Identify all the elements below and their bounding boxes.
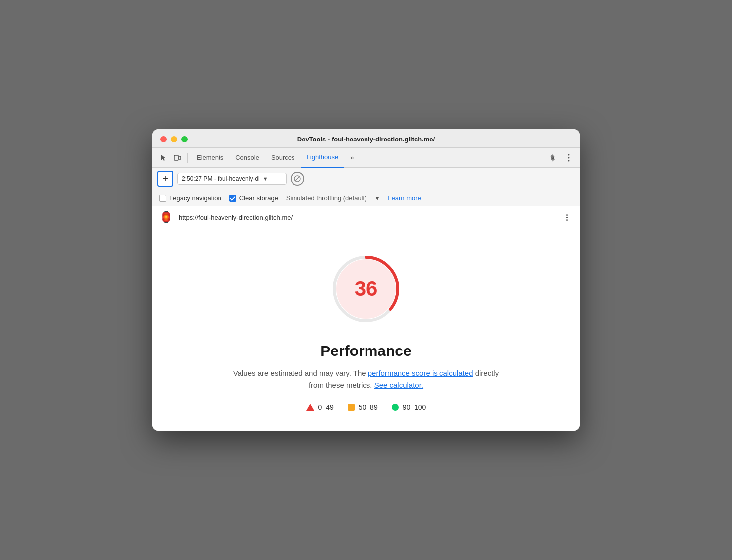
- svg-rect-1: [179, 156, 181, 159]
- timestamp-dropdown[interactable]: 2:50:27 PM - foul-heavenly-di ▼: [177, 173, 287, 185]
- legend-label-yellow: 50–89: [359, 403, 378, 411]
- throttling-label: Simulated throttling (default): [286, 194, 367, 202]
- green-circle-icon: [392, 404, 399, 411]
- gauge-background: 36: [336, 259, 396, 319]
- toolbar-row: + 2:50:27 PM - foul-heavenly-di ▼: [152, 168, 580, 190]
- legacy-navigation-checkbox[interactable]: Legacy navigation: [159, 194, 221, 202]
- svg-point-3: [568, 157, 570, 158]
- dot2: [566, 217, 568, 218]
- cursor-icon[interactable]: [156, 151, 170, 165]
- device-toggle-icon[interactable]: [170, 151, 184, 165]
- more-options-icon[interactable]: [562, 151, 576, 165]
- perf-score-link[interactable]: performance score is calculated: [368, 369, 473, 377]
- legacy-navigation-checkbox-box[interactable]: [159, 195, 166, 202]
- score-gauge: 36: [326, 249, 406, 329]
- options-row: Legacy navigation Clear storage Simulate…: [152, 190, 580, 206]
- throttling-dropdown-arrow-icon[interactable]: ▼: [374, 195, 380, 201]
- tab-elements[interactable]: Elements: [191, 148, 229, 168]
- calculator-link[interactable]: See calculator.: [374, 381, 423, 389]
- dropdown-arrow-icon: ▼: [263, 176, 268, 182]
- devtools-window: DevTools - foul-heavenly-direction.glitc…: [152, 129, 580, 431]
- red-triangle-icon: [306, 404, 314, 411]
- maximize-button[interactable]: [181, 136, 188, 142]
- main-content: 36 Performance Values are estimated and …: [152, 229, 580, 431]
- devtools-settings-area: [546, 151, 576, 165]
- score-description: Values are estimated and may vary. The p…: [227, 367, 505, 391]
- title-bar: DevTools - foul-heavenly-direction.glitc…: [152, 129, 580, 148]
- legend-item-red: 0–49: [306, 403, 334, 411]
- minimize-button[interactable]: [171, 136, 177, 142]
- performance-score: 36: [355, 277, 378, 301]
- tab-separator: [187, 153, 188, 163]
- legend-item-green: 90–100: [392, 403, 426, 411]
- clear-storage-checkbox[interactable]: Clear storage: [229, 194, 278, 202]
- tab-lighthouse[interactable]: Lighthouse: [301, 148, 345, 168]
- audit-url: https://foul-heavenly-direction.glitch.m…: [179, 214, 555, 221]
- close-button[interactable]: [160, 136, 167, 142]
- tab-sources[interactable]: Sources: [265, 148, 301, 168]
- url-row: 🏮 https://foul-heavenly-direction.glitch…: [152, 206, 580, 229]
- performance-title: Performance: [320, 343, 411, 359]
- yellow-square-icon: [348, 404, 355, 411]
- url-more-button[interactable]: [561, 211, 573, 223]
- dot1: [566, 214, 568, 216]
- legend-label-red: 0–49: [318, 403, 334, 411]
- dot3: [566, 219, 568, 221]
- learn-more-link[interactable]: Learn more: [388, 194, 421, 202]
- traffic-lights: [160, 136, 188, 142]
- legend-item-yellow: 50–89: [348, 403, 378, 411]
- devtools-tabs: Elements Console Sources Lighthouse »: [152, 148, 580, 168]
- new-audit-button[interactable]: +: [157, 171, 173, 187]
- svg-line-6: [295, 177, 300, 181]
- svg-point-4: [568, 160, 570, 161]
- score-legend: 0–49 50–89 90–100: [306, 403, 426, 411]
- tab-console[interactable]: Console: [229, 148, 265, 168]
- block-button[interactable]: [291, 172, 304, 186]
- legend-label-green: 90–100: [403, 403, 426, 411]
- window-title: DevTools - foul-heavenly-direction.glitc…: [297, 136, 435, 143]
- tab-more[interactable]: »: [344, 148, 360, 168]
- svg-point-2: [568, 154, 570, 155]
- lighthouse-icon: 🏮: [159, 211, 173, 224]
- svg-rect-0: [174, 155, 178, 160]
- clear-storage-checkbox-box[interactable]: [229, 195, 236, 202]
- settings-icon[interactable]: [546, 151, 560, 165]
